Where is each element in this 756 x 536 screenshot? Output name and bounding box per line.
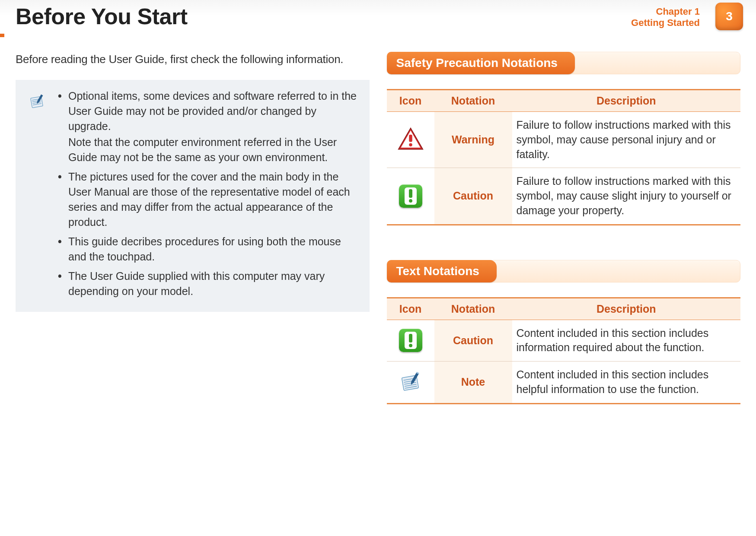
list-item: The User Guide supplied with this comput…: [56, 269, 357, 299]
right-column: Safety Precaution Notations Icon Notatio…: [387, 52, 741, 404]
safety-notations-table: Icon Notation Description: [387, 89, 741, 225]
list-item: The pictures used for the cover and the …: [56, 169, 357, 230]
section-header: Safety Precaution Notations: [387, 52, 741, 74]
list-item-text: The User Guide supplied with this comput…: [68, 270, 325, 297]
chapter-line-1: Chapter 1: [631, 6, 700, 17]
list-item-text: The pictures used for the cover and the …: [68, 171, 350, 228]
table-row: Caution Content included in this section…: [387, 320, 741, 362]
section-title: Text Notations: [387, 260, 497, 282]
page-title: Before You Start: [16, 3, 188, 29]
chapter-label: Chapter 1 Getting Started: [631, 6, 700, 29]
table-row: Warning Failure to follow instructions m…: [387, 112, 741, 168]
th-icon: Icon: [387, 298, 434, 320]
notation-label: Note: [434, 362, 512, 404]
section-title: Safety Precaution Notations: [387, 52, 575, 74]
warning-icon: [398, 126, 424, 152]
list-item-text: This guide decribes procedures for using…: [68, 235, 341, 263]
info-bullet-list: Optional items, some devices and softwar…: [56, 89, 357, 303]
notation-description: Failure to follow instructions marked wi…: [512, 112, 741, 168]
list-item: This guide decribes procedures for using…: [56, 234, 357, 264]
info-box: Optional items, some devices and softwar…: [16, 80, 370, 312]
list-item-text: Optional items, some devices and softwar…: [68, 90, 357, 132]
svg-rect-9: [409, 134, 412, 142]
section-header: Text Notations: [387, 260, 741, 282]
intro-text: Before reading the User Guide, first che…: [16, 52, 370, 67]
list-item: Optional items, some devices and softwar…: [56, 89, 357, 165]
th-notation: Notation: [434, 298, 512, 320]
list-item-text-2: Note that the computer environment refer…: [68, 135, 357, 165]
th-description: Description: [512, 298, 741, 320]
th-icon: Icon: [387, 90, 434, 112]
th-notation: Notation: [434, 90, 512, 112]
svg-point-10: [409, 143, 412, 146]
table-row: Note Content included in this section in…: [387, 362, 741, 404]
page-number-badge: 3: [715, 3, 743, 30]
notation-label: Warning: [434, 112, 512, 168]
left-column: Before reading the User Guide, first che…: [16, 52, 370, 404]
notation-description: Content included in this section include…: [512, 320, 741, 362]
page-number: 3: [726, 10, 733, 23]
header-accent: [0, 34, 4, 37]
notation-description: Content included in this section include…: [512, 362, 741, 404]
th-description: Description: [512, 90, 741, 112]
note-icon: [24, 89, 50, 303]
notation-label: Caution: [434, 320, 512, 362]
notation-label: Caution: [434, 168, 512, 225]
table-row: Caution Failure to follow instructions m…: [387, 168, 741, 225]
note-icon: [398, 369, 424, 395]
chapter-line-2: Getting Started: [631, 17, 700, 29]
caution-icon: [398, 183, 424, 209]
caution-icon: [398, 327, 424, 353]
notation-description: Failure to follow instructions marked wi…: [512, 168, 741, 225]
text-notations-table: Icon Notation Description Caution Conte: [387, 297, 741, 404]
